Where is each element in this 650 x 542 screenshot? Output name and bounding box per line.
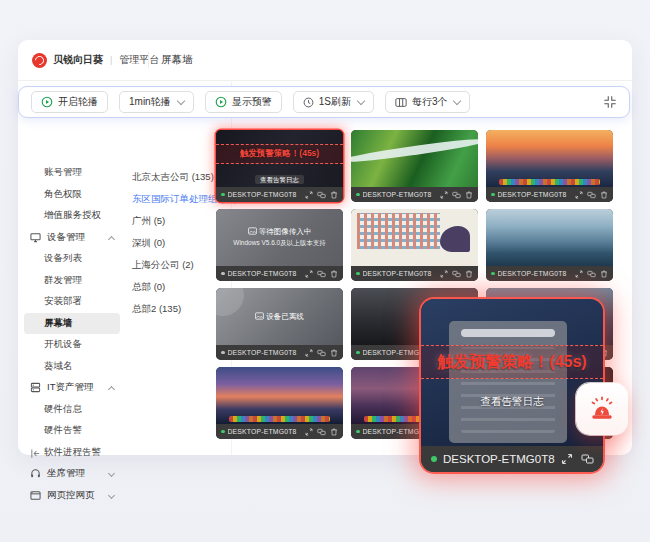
- trash-icon[interactable]: [330, 270, 338, 278]
- online-status-dot: [356, 351, 360, 355]
- expand-icon[interactable]: [305, 270, 313, 278]
- expand-icon[interactable]: [575, 191, 583, 199]
- expand-icon[interactable]: [305, 349, 313, 357]
- trash-icon[interactable]: [330, 428, 338, 436]
- sidebar-item-硬件告警[interactable]: 硬件告警: [18, 420, 126, 442]
- expand-icon[interactable]: [440, 270, 448, 278]
- siren-icon: [587, 394, 617, 424]
- sidebar-item-label: 安装部署: [44, 295, 82, 308]
- screen-tile-4[interactable]: 等待图像传入中Windows V5.6.0及以上版本支持DESKTOP-ETMG…: [216, 209, 343, 281]
- expand-icon[interactable]: [440, 191, 448, 199]
- expand-icon[interactable]: [305, 191, 313, 199]
- sidebar-item-label: 葵域名: [44, 360, 73, 373]
- view-alert-log-link[interactable]: 查看告警日志: [216, 168, 343, 186]
- switch-screen-icon[interactable]: [317, 191, 326, 199]
- sidebar-item-label: 角色权限: [44, 188, 82, 201]
- screen-tile-6[interactable]: DESKTOP-ETMG0T8: [486, 209, 613, 281]
- device-name: DESKTOP-ETMG0T8: [228, 270, 303, 277]
- switch-screen-icon[interactable]: [587, 191, 596, 199]
- switch-screen-icon[interactable]: [317, 270, 326, 278]
- device-name: DESKTOP-ETMG0T8: [498, 191, 573, 198]
- sidebar-section-label: 坐席管理: [47, 467, 85, 480]
- sidebar-item-硬件信息[interactable]: 硬件信息: [18, 399, 126, 421]
- screen-tile-2[interactable]: DESKTOP-ETMG0T8: [351, 130, 478, 202]
- trash-icon[interactable]: [330, 191, 338, 199]
- sidebar-item-1[interactable]: 角色权限: [18, 184, 126, 206]
- exit-fullscreen-icon[interactable]: [603, 95, 617, 109]
- trash-icon[interactable]: [602, 453, 603, 465]
- offline-status-dot: [221, 272, 225, 276]
- sidebar-item-label: 增值服务授权: [44, 209, 101, 222]
- switch-screen-icon[interactable]: [317, 349, 326, 357]
- tile-actions: [575, 191, 608, 199]
- sidebar-item-2[interactable]: 增值服务授权: [18, 205, 126, 227]
- alarm-siren-badge[interactable]: [576, 383, 628, 435]
- taskbar-dock: [499, 179, 601, 185]
- start-carousel-label: 开启轮播: [58, 95, 98, 109]
- device-name: DESKTOP-ETMG0T8: [498, 270, 573, 277]
- sidebar-item-群发管理[interactable]: 群发管理: [18, 270, 126, 292]
- alert-banner: 触发预警策略！(45s): [216, 144, 343, 164]
- brand: 贝锐向日葵 | 管理平台: [18, 53, 140, 68]
- trash-icon[interactable]: [465, 270, 473, 278]
- expand-icon[interactable]: [305, 428, 313, 436]
- sidebar-collapse-icon[interactable]: [30, 444, 41, 449]
- refresh-rate-select[interactable]: 1S刷新: [293, 91, 374, 113]
- sidebar-item-葵域名[interactable]: 葵域名: [18, 356, 126, 378]
- chevron-down-icon: [453, 96, 461, 104]
- trash-icon[interactable]: [600, 191, 608, 199]
- tile-device-bar: DESKTOP-ETMG0T8: [486, 187, 613, 202]
- screen-tile-7[interactable]: 设备已离线DESKTOP-ETMG0T8: [216, 288, 343, 360]
- screen-tile-10[interactable]: DESKTOP-ETMG0T8: [216, 367, 343, 439]
- sidebar-item-label: 硬件信息: [44, 403, 82, 416]
- screen-tile-5[interactable]: DESKTOP-ETMG0T8: [351, 209, 478, 281]
- tile-actions: [305, 349, 338, 357]
- per-row-select[interactable]: 每行3个: [385, 91, 471, 113]
- taskbar-dock: [229, 416, 331, 422]
- sidebar-section-2[interactable]: 坐席管理: [18, 463, 126, 485]
- expand-icon[interactable]: [575, 270, 583, 278]
- carousel-interval-select[interactable]: 1min轮播: [119, 91, 194, 113]
- start-carousel-button[interactable]: 开启轮播: [31, 91, 108, 113]
- sidebar-item-设备列表[interactable]: 设备列表: [18, 248, 126, 270]
- sidebar-item-label: 屏幕墙: [44, 317, 73, 330]
- tile-actions: [575, 270, 608, 278]
- chevron-down-icon: [357, 96, 365, 104]
- tile-actions: [305, 191, 338, 199]
- sidebar-item-label: 群发管理: [44, 274, 82, 287]
- switch-screen-icon[interactable]: [452, 270, 461, 278]
- alert-banner: 触发预警策略！(45s): [421, 345, 603, 379]
- sidebar-item-0[interactable]: 账号管理: [18, 162, 126, 184]
- tile-actions: [440, 191, 473, 199]
- online-status-dot: [221, 430, 225, 434]
- expand-icon[interactable]: [561, 453, 573, 465]
- image-icon: [255, 312, 264, 320]
- sidebar-item-开机设备[interactable]: 开机设备: [18, 334, 126, 356]
- trash-icon[interactable]: [465, 191, 473, 199]
- sidebar-section-1[interactable]: IT资产管理: [18, 377, 126, 399]
- screen-tile-3[interactable]: DESKTOP-ETMG0T8: [486, 130, 613, 202]
- switch-screen-icon[interactable]: [452, 191, 461, 199]
- sidebar-section-0[interactable]: 设备管理: [18, 227, 126, 249]
- show-alerts-button[interactable]: 显示预警: [205, 91, 282, 113]
- trash-icon[interactable]: [330, 349, 338, 357]
- tile-device-bar: DESKTOP-ETMG0T8: [216, 187, 343, 202]
- sidebar-item-屏幕墙[interactable]: 屏幕墙: [24, 313, 120, 335]
- sidebar-section-3[interactable]: 网页控网页: [18, 485, 126, 507]
- sidebar-section-label: 设备管理: [47, 231, 85, 244]
- device-name: DESKTOP-ETMG0T8: [228, 428, 303, 435]
- switch-screen-icon[interactable]: [317, 428, 326, 436]
- screen-thumbnail: [486, 209, 613, 266]
- switch-screen-icon[interactable]: [587, 270, 596, 278]
- sunlogin-logo-icon: [32, 53, 47, 68]
- sidebar-item-安装部署[interactable]: 安装部署: [18, 291, 126, 313]
- trash-icon[interactable]: [600, 270, 608, 278]
- status-message: 等待图像传入中Windows V5.6.0及以上版本支持: [216, 209, 343, 266]
- switch-screen-icon[interactable]: [581, 453, 594, 465]
- online-status-dot: [491, 272, 495, 276]
- sidebar-item-label: 开机设备: [44, 338, 82, 351]
- online-status-dot: [491, 193, 495, 197]
- alert-popup[interactable]: 触发预警策略！(45s) 查看告警日志 DESKTOP-ETMG0T8: [421, 299, 603, 472]
- tile-device-bar: DESKTOP-ETMG0T8: [216, 266, 343, 281]
- screen-tile-1[interactable]: 触发预警策略！(45s)查看告警日志DESKTOP-ETMG0T8: [216, 130, 343, 202]
